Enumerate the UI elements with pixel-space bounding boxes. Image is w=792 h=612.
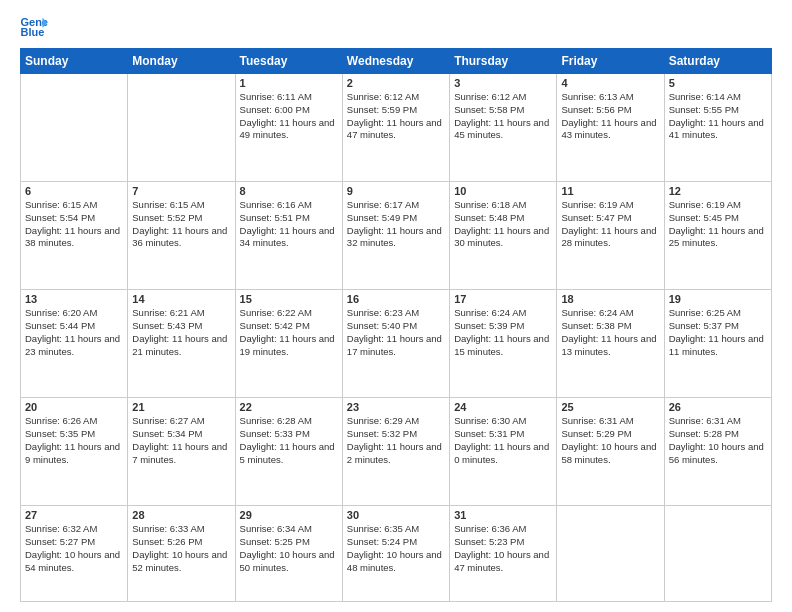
calendar-week-1: 6Sunrise: 6:15 AM Sunset: 5:54 PM Daylig… [21, 182, 772, 290]
day-number: 16 [347, 293, 445, 305]
day-content: Sunrise: 6:23 AM Sunset: 5:40 PM Dayligh… [347, 307, 445, 358]
calendar-cell: 6Sunrise: 6:15 AM Sunset: 5:54 PM Daylig… [21, 182, 128, 290]
calendar-cell: 14Sunrise: 6:21 AM Sunset: 5:43 PM Dayli… [128, 290, 235, 398]
calendar-cell: 24Sunrise: 6:30 AM Sunset: 5:31 PM Dayli… [450, 398, 557, 506]
day-number: 8 [240, 185, 338, 197]
day-number: 17 [454, 293, 552, 305]
calendar-cell: 19Sunrise: 6:25 AM Sunset: 5:37 PM Dayli… [664, 290, 771, 398]
logo: General Blue [20, 16, 48, 38]
day-number: 6 [25, 185, 123, 197]
calendar-cell: 10Sunrise: 6:18 AM Sunset: 5:48 PM Dayli… [450, 182, 557, 290]
day-content: Sunrise: 6:25 AM Sunset: 5:37 PM Dayligh… [669, 307, 767, 358]
weekday-header-friday: Friday [557, 49, 664, 74]
day-number: 14 [132, 293, 230, 305]
calendar-cell [557, 506, 664, 602]
calendar-cell: 17Sunrise: 6:24 AM Sunset: 5:39 PM Dayli… [450, 290, 557, 398]
day-number: 19 [669, 293, 767, 305]
day-number: 31 [454, 509, 552, 521]
calendar-week-0: 1Sunrise: 6:11 AM Sunset: 6:00 PM Daylig… [21, 74, 772, 182]
day-content: Sunrise: 6:14 AM Sunset: 5:55 PM Dayligh… [669, 91, 767, 142]
day-content: Sunrise: 6:15 AM Sunset: 5:52 PM Dayligh… [132, 199, 230, 250]
calendar-cell: 26Sunrise: 6:31 AM Sunset: 5:28 PM Dayli… [664, 398, 771, 506]
day-number: 5 [669, 77, 767, 89]
day-content: Sunrise: 6:12 AM Sunset: 5:59 PM Dayligh… [347, 91, 445, 142]
day-number: 3 [454, 77, 552, 89]
calendar-header-row: SundayMondayTuesdayWednesdayThursdayFrid… [21, 49, 772, 74]
calendar-cell: 7Sunrise: 6:15 AM Sunset: 5:52 PM Daylig… [128, 182, 235, 290]
header: General Blue [20, 16, 772, 38]
calendar-cell: 2Sunrise: 6:12 AM Sunset: 5:59 PM Daylig… [342, 74, 449, 182]
calendar-cell: 5Sunrise: 6:14 AM Sunset: 5:55 PM Daylig… [664, 74, 771, 182]
calendar-cell: 9Sunrise: 6:17 AM Sunset: 5:49 PM Daylig… [342, 182, 449, 290]
day-content: Sunrise: 6:27 AM Sunset: 5:34 PM Dayligh… [132, 415, 230, 466]
day-number: 18 [561, 293, 659, 305]
calendar-cell: 27Sunrise: 6:32 AM Sunset: 5:27 PM Dayli… [21, 506, 128, 602]
calendar-body: 1Sunrise: 6:11 AM Sunset: 6:00 PM Daylig… [21, 74, 772, 602]
calendar-cell: 28Sunrise: 6:33 AM Sunset: 5:26 PM Dayli… [128, 506, 235, 602]
calendar-cell: 3Sunrise: 6:12 AM Sunset: 5:58 PM Daylig… [450, 74, 557, 182]
calendar-cell: 1Sunrise: 6:11 AM Sunset: 6:00 PM Daylig… [235, 74, 342, 182]
day-number: 10 [454, 185, 552, 197]
day-number: 20 [25, 401, 123, 413]
day-content: Sunrise: 6:13 AM Sunset: 5:56 PM Dayligh… [561, 91, 659, 142]
day-content: Sunrise: 6:33 AM Sunset: 5:26 PM Dayligh… [132, 523, 230, 574]
day-content: Sunrise: 6:22 AM Sunset: 5:42 PM Dayligh… [240, 307, 338, 358]
calendar-week-2: 13Sunrise: 6:20 AM Sunset: 5:44 PM Dayli… [21, 290, 772, 398]
calendar-cell: 30Sunrise: 6:35 AM Sunset: 5:24 PM Dayli… [342, 506, 449, 602]
calendar-cell: 13Sunrise: 6:20 AM Sunset: 5:44 PM Dayli… [21, 290, 128, 398]
day-content: Sunrise: 6:30 AM Sunset: 5:31 PM Dayligh… [454, 415, 552, 466]
day-number: 25 [561, 401, 659, 413]
day-number: 24 [454, 401, 552, 413]
page-container: General Blue SundayMondayTuesdayWednesda… [0, 0, 792, 612]
day-number: 26 [669, 401, 767, 413]
day-number: 13 [25, 293, 123, 305]
day-number: 29 [240, 509, 338, 521]
day-content: Sunrise: 6:12 AM Sunset: 5:58 PM Dayligh… [454, 91, 552, 142]
logo-icon: General Blue [20, 16, 48, 38]
day-content: Sunrise: 6:34 AM Sunset: 5:25 PM Dayligh… [240, 523, 338, 574]
day-number: 22 [240, 401, 338, 413]
day-number: 21 [132, 401, 230, 413]
calendar-table: SundayMondayTuesdayWednesdayThursdayFrid… [20, 48, 772, 602]
day-content: Sunrise: 6:19 AM Sunset: 5:45 PM Dayligh… [669, 199, 767, 250]
calendar-cell: 31Sunrise: 6:36 AM Sunset: 5:23 PM Dayli… [450, 506, 557, 602]
day-content: Sunrise: 6:16 AM Sunset: 5:51 PM Dayligh… [240, 199, 338, 250]
day-content: Sunrise: 6:24 AM Sunset: 5:39 PM Dayligh… [454, 307, 552, 358]
day-number: 7 [132, 185, 230, 197]
day-number: 28 [132, 509, 230, 521]
day-number: 1 [240, 77, 338, 89]
day-number: 4 [561, 77, 659, 89]
calendar-cell: 11Sunrise: 6:19 AM Sunset: 5:47 PM Dayli… [557, 182, 664, 290]
day-content: Sunrise: 6:31 AM Sunset: 5:29 PM Dayligh… [561, 415, 659, 466]
calendar-cell [664, 506, 771, 602]
day-content: Sunrise: 6:36 AM Sunset: 5:23 PM Dayligh… [454, 523, 552, 574]
day-number: 2 [347, 77, 445, 89]
day-number: 11 [561, 185, 659, 197]
day-content: Sunrise: 6:29 AM Sunset: 5:32 PM Dayligh… [347, 415, 445, 466]
svg-text:Blue: Blue [20, 26, 44, 38]
day-content: Sunrise: 6:35 AM Sunset: 5:24 PM Dayligh… [347, 523, 445, 574]
day-content: Sunrise: 6:21 AM Sunset: 5:43 PM Dayligh… [132, 307, 230, 358]
calendar-cell: 4Sunrise: 6:13 AM Sunset: 5:56 PM Daylig… [557, 74, 664, 182]
calendar-cell: 18Sunrise: 6:24 AM Sunset: 5:38 PM Dayli… [557, 290, 664, 398]
weekday-header-sunday: Sunday [21, 49, 128, 74]
day-number: 9 [347, 185, 445, 197]
calendar-cell [128, 74, 235, 182]
calendar-cell: 20Sunrise: 6:26 AM Sunset: 5:35 PM Dayli… [21, 398, 128, 506]
day-content: Sunrise: 6:31 AM Sunset: 5:28 PM Dayligh… [669, 415, 767, 466]
day-content: Sunrise: 6:19 AM Sunset: 5:47 PM Dayligh… [561, 199, 659, 250]
calendar-cell: 25Sunrise: 6:31 AM Sunset: 5:29 PM Dayli… [557, 398, 664, 506]
day-number: 30 [347, 509, 445, 521]
calendar-week-3: 20Sunrise: 6:26 AM Sunset: 5:35 PM Dayli… [21, 398, 772, 506]
calendar-cell: 12Sunrise: 6:19 AM Sunset: 5:45 PM Dayli… [664, 182, 771, 290]
calendar-cell: 23Sunrise: 6:29 AM Sunset: 5:32 PM Dayli… [342, 398, 449, 506]
day-content: Sunrise: 6:20 AM Sunset: 5:44 PM Dayligh… [25, 307, 123, 358]
day-content: Sunrise: 6:28 AM Sunset: 5:33 PM Dayligh… [240, 415, 338, 466]
day-content: Sunrise: 6:32 AM Sunset: 5:27 PM Dayligh… [25, 523, 123, 574]
calendar-cell: 22Sunrise: 6:28 AM Sunset: 5:33 PM Dayli… [235, 398, 342, 506]
weekday-header-thursday: Thursday [450, 49, 557, 74]
day-number: 27 [25, 509, 123, 521]
day-content: Sunrise: 6:15 AM Sunset: 5:54 PM Dayligh… [25, 199, 123, 250]
day-number: 15 [240, 293, 338, 305]
day-content: Sunrise: 6:17 AM Sunset: 5:49 PM Dayligh… [347, 199, 445, 250]
